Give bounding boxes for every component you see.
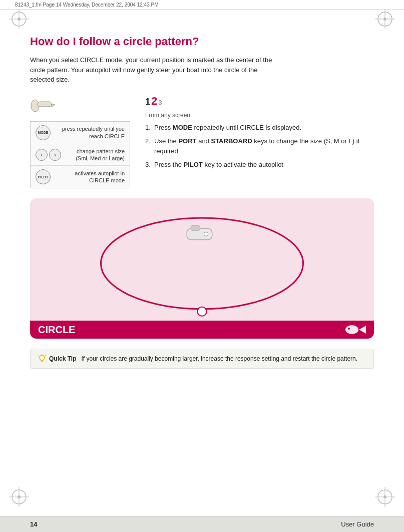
file-info: 81243_1.fm Page 14 Wednesday, December 2…: [15, 2, 158, 8]
quick-tip: Quick Tip If your circles are gradually …: [30, 349, 374, 369]
step-2-bold2: STARBOARD: [211, 137, 252, 145]
mode-button-row: MODE press repeatedly until you reach CI…: [31, 122, 130, 144]
step-num-2: 2: [151, 95, 157, 108]
mode-desc: press repeatedly until you reach CIRCLE: [55, 125, 125, 140]
pilot-key: PILOT: [36, 169, 51, 184]
quick-tip-text-label: Quick Tip: [49, 355, 76, 362]
quick-tip-content: If your circles are gradually becoming l…: [81, 355, 357, 363]
steps-header: 1 2 3: [145, 95, 374, 108]
svg-line-34: [45, 356, 46, 357]
step-1-num: 1.: [145, 123, 151, 133]
circle-diagram: CIRCLE: [30, 198, 374, 339]
lightbulb-icon: [38, 354, 47, 363]
svg-point-29: [40, 355, 45, 360]
steps-list: 1. Press MODE repeatedly until CIRCLE is…: [145, 123, 374, 170]
circle-svg: [30, 198, 374, 339]
starboard-key: ›: [49, 149, 61, 161]
footer: 14 User Guide: [0, 516, 404, 532]
arrow-desc: change pattern size (Sml, Med or Large): [65, 148, 125, 162]
port-key: ‹: [36, 149, 48, 161]
step-2: 2. Use the PORT and STARBOARD keys to ch…: [145, 136, 374, 156]
step-1: 1. Press MODE repeatedly until CIRCLE is…: [145, 123, 374, 133]
quick-tip-label: Quick Tip: [38, 354, 76, 363]
reg-mark-bottom-right: [375, 487, 395, 507]
pilot-button-row: PILOT activates autopilot in CIRCLE mode: [31, 166, 130, 188]
instructions-row: MODE press repeatedly until you reach CI…: [30, 95, 374, 189]
main-content: How do I follow a circle pattern? When y…: [0, 10, 404, 389]
fish-icon: [345, 324, 366, 336]
intro-text: When you select CIRCLE mode, your curren…: [30, 55, 280, 85]
header-bar: 81243_1.fm Page 14 Wednesday, December 2…: [0, 0, 404, 10]
right-panel: 1 2 3 From any screen: 1. Press MODE rep…: [145, 95, 374, 189]
step-1-bold: MODE: [173, 124, 192, 131]
circle-label: CIRCLE: [38, 324, 75, 336]
step-num-3: 3: [158, 99, 162, 106]
page: 81243_1.fm Page 14 Wednesday, December 2…: [0, 0, 404, 532]
circle-label-bar: CIRCLE: [30, 321, 374, 339]
svg-rect-23: [191, 225, 200, 230]
arrow-keys: ‹ ›: [36, 149, 61, 161]
button-panel: MODE press repeatedly until you reach CI…: [30, 121, 130, 189]
pilot-desc: activates autopilot in CIRCLE mode: [55, 170, 125, 184]
circle-diagram-inner: [30, 198, 374, 339]
step-num-1: 1: [145, 97, 150, 107]
reg-mark-top-left: [9, 9, 29, 29]
svg-line-33: [39, 356, 40, 357]
step-2-bold1: PORT: [178, 137, 196, 145]
svg-point-26: [345, 325, 358, 334]
from-any-screen: From any screen:: [145, 112, 374, 119]
footer-page-num: 14: [30, 520, 37, 528]
svg-point-28: [348, 328, 350, 330]
finger-icon: [30, 95, 130, 116]
arrow-button-row: ‹ › change pattern size (Sml, Med or Lar…: [31, 144, 130, 166]
svg-marker-20: [52, 104, 55, 107]
reg-mark-top-right: [375, 9, 395, 29]
left-panel: MODE press repeatedly until you reach CI…: [30, 95, 130, 189]
svg-point-25: [197, 307, 206, 316]
step-3: 3. Press the PILOT key to activate the a…: [145, 160, 374, 170]
step-3-num: 3.: [145, 160, 151, 170]
step-3-bold: PILOT: [184, 161, 203, 168]
reg-mark-bottom-left: [9, 487, 29, 507]
svg-rect-19: [38, 102, 52, 107]
svg-marker-27: [359, 326, 366, 334]
svg-point-24: [204, 232, 208, 236]
footer-title: User Guide: [341, 520, 374, 528]
page-title: How do I follow a circle pattern?: [30, 35, 374, 48]
mode-key: MODE: [36, 125, 51, 140]
step-2-num: 2.: [145, 136, 151, 146]
